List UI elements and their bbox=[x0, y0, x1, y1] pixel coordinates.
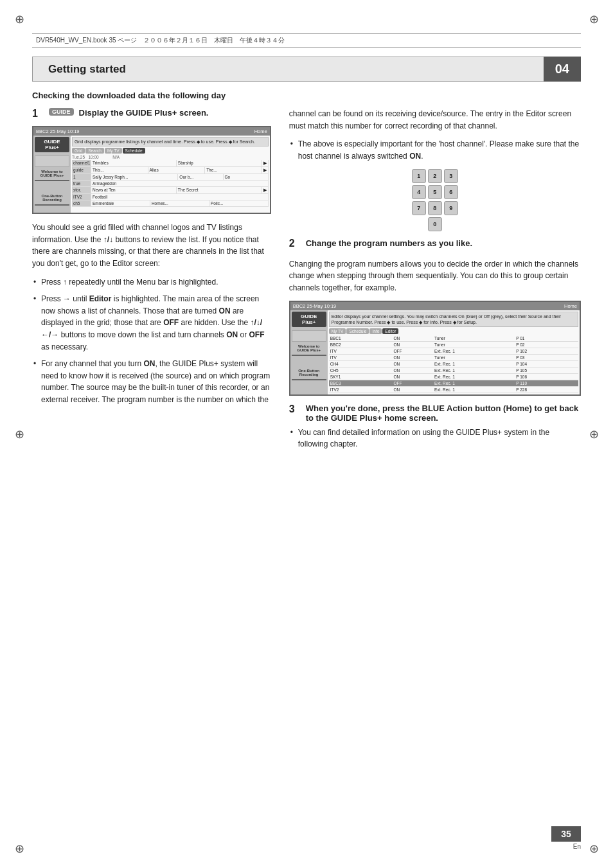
chapter-header: Getting started 04 bbox=[32, 57, 581, 82]
reg-mark-tl: ⊕ bbox=[12, 12, 27, 27]
tv1-sidebar-logo2 bbox=[35, 180, 69, 181]
tv2-editor-row-itv1: ITV OFF Ext. Rec. 1 P 102 bbox=[329, 348, 578, 354]
left-column: 1 GUIDE Display the GUIDE Plus+ screen. … bbox=[32, 108, 271, 456]
tv1-nav-grid: Grid bbox=[72, 148, 85, 154]
reg-mark-bl: ⊕ bbox=[12, 841, 27, 856]
step3-row: 3 When you're done, press the BLUE Actio… bbox=[289, 403, 581, 423]
tv1-img-placeholder bbox=[35, 155, 69, 167]
step3-bullet: You can find detailed information on usi… bbox=[289, 427, 581, 450]
tv2-editor-row-bbc2: BBC2 ON Tuner P 02 bbox=[329, 341, 578, 348]
key-0: 0 bbox=[428, 217, 442, 231]
tv2-topbar-left: BBC2 25-May 10:19 bbox=[293, 303, 337, 309]
tv-screen-2: BBC2 25-May 10:19 Home GUIDEPlus+ Welcom… bbox=[289, 301, 581, 396]
reg-mark-ml: ⊕ bbox=[12, 427, 27, 442]
bullet-right-1: The above is especially important for th… bbox=[289, 138, 581, 162]
step2-number: 2 bbox=[289, 238, 301, 249]
right-column: channel can be found on its receiving de… bbox=[289, 108, 581, 456]
key-7: 7 bbox=[412, 201, 426, 215]
page-lang: En bbox=[573, 843, 581, 850]
tv2-img-placeholder bbox=[292, 330, 326, 342]
para-intro: You should see a grid filled with channe… bbox=[32, 222, 271, 269]
tv2-nav-editor: Editor bbox=[382, 328, 398, 334]
tv1-logo: GUIDEPlus+ bbox=[35, 137, 69, 152]
tv1-row2: guide This... Alias The... ▶ bbox=[72, 167, 269, 174]
tv1-row6: ITV2 Football bbox=[72, 194, 269, 200]
tv2-editor-row-itv2b: ITV2 ON Ext. Rec. 1 P 228 bbox=[329, 386, 578, 393]
keypad: 1 2 3 4 5 6 7 8 9 0 bbox=[412, 169, 458, 231]
tv2-sidebar-text: Welcome toGUIDE Plus+ bbox=[292, 344, 326, 352]
columns: 1 GUIDE Display the GUIDE Plus+ screen. … bbox=[32, 108, 581, 456]
tv2-nav-mytv: My TV bbox=[329, 328, 346, 334]
tv1-nav: Grid Search My TV Schedule bbox=[72, 148, 269, 154]
tv1-sidebar: GUIDEPlus+ Welcome toGUIDE Plus+ One-But… bbox=[33, 136, 71, 213]
step1-row: 1 GUIDE Display the GUIDE Plus+ screen. bbox=[32, 108, 271, 120]
step3-number: 3 bbox=[289, 403, 301, 415]
meta-text: DVR540H_WV_EN.book 35 ページ ２００６年２月１６日 木曜日… bbox=[36, 36, 285, 45]
tv2-sidebar: GUIDEPlus+ Welcome toGUIDE Plus+ One-But… bbox=[290, 310, 328, 394]
tv1-date-header: Tue,25 10:00 N/A bbox=[72, 155, 269, 159]
tv2-main: Editor displays your channel settings. Y… bbox=[328, 310, 580, 394]
tv2-logo-bottom bbox=[292, 379, 326, 380]
tv2-topbar-right: Home bbox=[564, 303, 577, 309]
page-number: 35 bbox=[551, 826, 581, 842]
section-title: Checking the downloaded data the followi… bbox=[32, 90, 581, 102]
tv2-body: GUIDEPlus+ Welcome toGUIDE Plus+ One-But… bbox=[290, 310, 580, 394]
tv2-editor-row-bbc1: BBC1 ON Tuner P 01 bbox=[329, 335, 578, 342]
bullet-3: For any channel that you turn ON, the GU… bbox=[32, 358, 271, 405]
step1-number: 1 bbox=[32, 108, 44, 120]
tv1-one-btn: One-ButtonRecording bbox=[35, 194, 69, 202]
tv2-nav: My TV Schedule Info Editor bbox=[329, 328, 578, 334]
step2-para: Changing the program numbers allows you … bbox=[289, 258, 581, 294]
key-6: 6 bbox=[444, 185, 458, 199]
key-2: 2 bbox=[428, 169, 442, 183]
tv1-topbar-left: BBC2 25-May 10:19 bbox=[36, 128, 80, 134]
bullet-1: Press ↑ repeatedly until the Menu bar is… bbox=[32, 276, 271, 288]
tv2-editor-row-bbc3: BBC3 OFF Ext. Rec. 1 P 110 bbox=[329, 380, 578, 386]
tv1-grid: channel1 Trimbles Starship ▶ guide This.… bbox=[72, 160, 269, 207]
key-9: 9 bbox=[444, 201, 458, 215]
step1-icon: GUIDE bbox=[49, 108, 74, 116]
step3-label: When you're done, press the BLUE Action … bbox=[306, 403, 581, 423]
tv1-row4: true Armageddon bbox=[72, 181, 269, 187]
tv1-nav-mytv: My TV bbox=[105, 148, 122, 154]
step2-label: Change the program numbers as you like. bbox=[306, 238, 472, 249]
tv1-row7: ch5 Emmerdale Homes... Polic... bbox=[72, 200, 269, 207]
key-1: 1 bbox=[412, 169, 426, 183]
key-4: 4 bbox=[412, 185, 426, 199]
tv2-info: Editor displays your channel settings. Y… bbox=[329, 312, 578, 327]
tv2-editor-row-itv2: ITV ON Tuner P 03 bbox=[329, 354, 578, 360]
tv1-main: Grid displays programme listings by chan… bbox=[71, 136, 270, 213]
keypad-container: 1 2 3 4 5 6 7 8 9 0 bbox=[289, 169, 581, 231]
tv2-nav-schedule: Schedule bbox=[346, 328, 369, 334]
bullet-2: Press → until Editor is highlighted. The… bbox=[32, 293, 271, 353]
tv2-editor-row-ch4: CH4 ON Ext. Rec. 1 P 104 bbox=[329, 360, 578, 367]
tv-screen-1: BBC2 25-May 10:19 Home GUIDEPlus+ Welcom… bbox=[32, 126, 271, 214]
tv1-row3: 1 Sally Jessy Raph... Our b... Go bbox=[72, 174, 269, 181]
step1-label: Display the GUIDE Plus+ screen. bbox=[79, 108, 209, 118]
tv2-sidebar-logo2 bbox=[292, 355, 326, 356]
tv2-topbar: BBC2 25-May 10:19 Home bbox=[290, 302, 580, 310]
reg-mark-br: ⊕ bbox=[586, 841, 601, 856]
tv2-editor-row-sky1: SKY1 ON Ext. Rec. 1 P 106 bbox=[329, 373, 578, 380]
key-3: 3 bbox=[444, 169, 458, 183]
tv1-nav-search: Search bbox=[85, 148, 104, 154]
meta-bar: DVR540H_WV_EN.book 35 ページ ２００６年２月１６日 木曜日… bbox=[32, 33, 581, 48]
key-empty-2 bbox=[444, 217, 458, 231]
para-right-1: channel can be found on its receiving de… bbox=[289, 108, 581, 132]
tv2-logo: GUIDEPlus+ bbox=[292, 312, 326, 327]
tv1-row5: stor. News at Ten The Secret ▶ bbox=[72, 187, 269, 194]
chapter-number: 04 bbox=[544, 57, 581, 82]
tv1-topbar-right: Home bbox=[254, 128, 267, 134]
chapter-title: Getting started bbox=[32, 57, 544, 82]
key-5: 5 bbox=[428, 185, 442, 199]
tv1-nav-schedule: Schedule bbox=[123, 148, 145, 154]
tv2-editor-row-ch5: CH5 ON Ext. Rec. 1 P 105 bbox=[329, 367, 578, 373]
tv1-logo-bottom bbox=[35, 204, 69, 206]
key-empty-1 bbox=[412, 217, 426, 231]
tv2-nav-info: Info bbox=[369, 328, 382, 334]
tv1-topbar: BBC2 25-May 10:19 Home bbox=[33, 127, 270, 136]
tv2-one-btn: One-ButtonRecording bbox=[292, 369, 326, 376]
tv1-body: GUIDEPlus+ Welcome toGUIDE Plus+ One-But… bbox=[33, 136, 270, 213]
tv2-editor-table: BBC1 ON Tuner P 01 BBC2 ON Tuner P 02 bbox=[329, 335, 578, 393]
page-footer: 35 En bbox=[551, 826, 581, 850]
